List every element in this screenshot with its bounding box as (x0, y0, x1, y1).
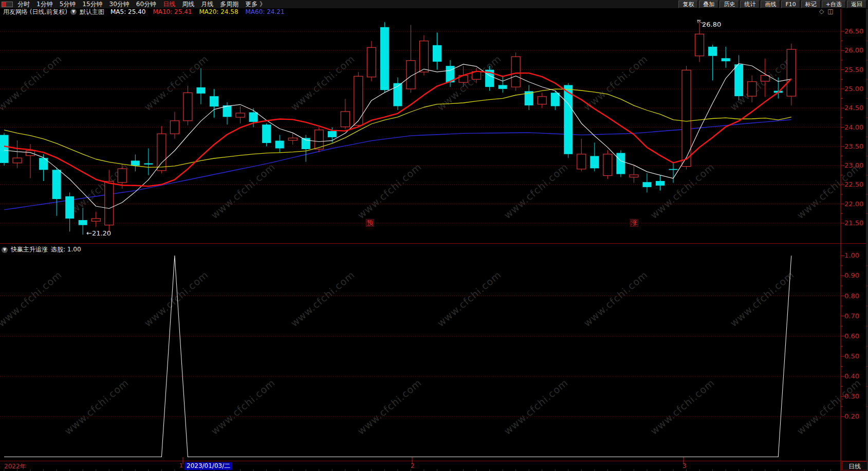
ma-label-3: MA60: 24.21 (246, 8, 285, 15)
indicator-axis-label: 0.70 (844, 312, 859, 320)
price-axis-label: 22.00 (844, 200, 863, 208)
window-icons: ◇ ◫ (819, 8, 834, 15)
indicator-axis-label: 0.60 (844, 332, 859, 340)
date-axis: 2022年 1 2023/01/03/二 2 3 日线 (0, 461, 868, 471)
low-annotation: ←21.20 (86, 229, 111, 237)
action-button-7[interactable]: +自选 (822, 1, 846, 8)
main-chart-layout-label[interactable]: 默认主图 (80, 8, 104, 16)
price-axis-label: 25.00 (844, 85, 863, 93)
price-axis-label: 23.50 (844, 142, 863, 150)
action-buttons: 复权叠加历史统计画线F10标记+自选返回 (678, 1, 866, 8)
chart-canvas[interactable] (0, 0, 868, 471)
action-button-3[interactable]: 统计 (740, 1, 760, 8)
high-annotation: 26.80 (702, 21, 721, 28)
indicator-value: 选股: 1.00 (51, 245, 81, 254)
chevron-down-icon[interactable]: ▼ (2, 247, 8, 253)
month-label-feb: 2 (411, 462, 415, 469)
toolbar: 分时1分钟5分钟15分钟30分钟60分钟日线周线月线多周期更多 》 复权叠加历史… (0, 0, 868, 8)
alert-marker: 预 (366, 219, 374, 227)
period-tab-9[interactable]: 多周期 (220, 0, 238, 9)
price-axis-label: 21.50 (844, 219, 863, 227)
indicator-axis-label: 0.90 (844, 271, 859, 279)
diamond-icon[interactable]: ◇ (819, 8, 824, 15)
price-axis-label: 22.50 (844, 180, 863, 188)
indicator-axis-label: 1.00 (844, 251, 859, 259)
action-button-8[interactable]: 返回 (847, 1, 866, 8)
ma-label-1: MA10: 25.41 (153, 8, 192, 15)
price-axis-label: 25.50 (844, 66, 863, 74)
ma-label-0: MA5: 25.40 (110, 8, 145, 15)
month-label-mar: 3 (682, 462, 687, 469)
period-tab-10[interactable]: 更多 》 (245, 0, 266, 9)
action-button-4[interactable]: 画线 (761, 1, 780, 8)
app-logo-icon (2, 2, 13, 7)
action-button-1[interactable]: 叠加 (699, 1, 718, 8)
period-tab-8[interactable]: 月线 (201, 0, 213, 9)
period-tab-5[interactable]: 60分钟 (136, 0, 156, 9)
period-box[interactable]: 日线 (842, 461, 867, 470)
ma-values: MA5: 25.40MA10: 25.41MA20: 24.58MA60: 24… (110, 8, 292, 15)
action-button-2[interactable]: 历史 (719, 1, 739, 8)
action-button-6[interactable]: 标记 (801, 1, 821, 8)
chevron-down-icon[interactable]: ▼ (70, 9, 77, 15)
action-button-0[interactable]: 复权 (678, 1, 698, 8)
indicator-axis-label: 0.50 (844, 352, 859, 360)
indicator-axis-label: 0.80 (844, 292, 859, 300)
indicator-axis-label: 0.20 (844, 412, 859, 420)
period-tab-4[interactable]: 30分钟 (109, 0, 130, 9)
action-button-5[interactable]: F10 (781, 1, 800, 8)
price-axis-label: 23.00 (844, 161, 863, 169)
period-tab-7[interactable]: 周线 (182, 0, 194, 9)
price-axis-label: 26.00 (844, 46, 863, 54)
period-tab-6[interactable]: 日线 (163, 0, 175, 9)
month-label-jan: 1 (179, 462, 183, 469)
indicator-axis-label: 0.30 (844, 392, 859, 400)
limit-up-marker: 涨 (630, 219, 638, 227)
indicator-name[interactable]: 快赢主升追涨 (11, 245, 48, 254)
trading-app: { "app": { "watermark": "www.cfchi.com" … (0, 0, 868, 471)
symbol-title: 用友网络 (日线,前复权) (3, 8, 67, 16)
year-label: 2022年 (4, 462, 26, 471)
split-window-icon[interactable]: ◫ (827, 8, 833, 15)
selected-date-box[interactable]: 2023/01/03/二 (184, 462, 232, 470)
indicator-header: ▼ 快赢主升追涨 选股: 1.00 (2, 245, 81, 254)
indicator-axis-label: 0.40 (844, 372, 859, 380)
price-axis-label: 24.00 (844, 123, 863, 131)
price-axis-label: 24.50 (844, 104, 863, 112)
ma-label-2: MA20: 24.58 (199, 8, 238, 15)
price-axis-label: 26.50 (844, 27, 863, 35)
symbol-bar: 用友网络 (日线,前复权) ▼ 默认主图 MA5: 25.40MA10: 25.… (0, 8, 868, 15)
